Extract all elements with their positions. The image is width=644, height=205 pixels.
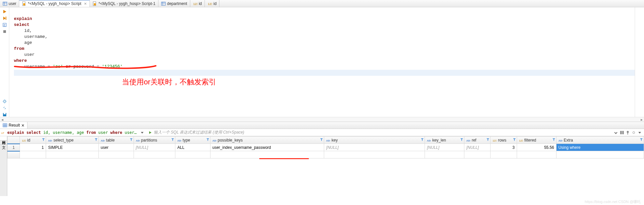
- editor-tab-bar: user *<MySQL - yygh_hosp> Script ⨯ *<MyS…: [0, 0, 644, 7]
- table-icon: [3, 1, 7, 6]
- cell-partitions[interactable]: [NULL]: [134, 144, 175, 151]
- tab-label: *<MySQL - yygh_hosp> Script-1: [98, 1, 155, 6]
- result-tab-bar: Result ⨯: [0, 122, 644, 129]
- funnel-icon[interactable]: [130, 138, 133, 142]
- tab-id-1[interactable]: 123 id: [190, 0, 205, 7]
- column-header-partitions[interactable]: ABCpartitions: [134, 137, 175, 144]
- expand-icon[interactable]: [614, 130, 618, 135]
- close-icon[interactable]: ⨯: [84, 2, 87, 6]
- cell-table[interactable]: user: [98, 144, 134, 151]
- svg-text:ABC: ABC: [48, 139, 52, 142]
- column-header-table[interactable]: ABCtable: [98, 137, 134, 144]
- settings-icon[interactable]: [2, 99, 7, 104]
- svg-text:E: E: [4, 24, 6, 27]
- svg-marker-52: [320, 138, 323, 141]
- svg-rect-7: [161, 2, 165, 5]
- funnel-icon[interactable]: [42, 138, 45, 142]
- text-view-tab[interactable]: 文: [0, 141, 7, 145]
- column-header-ref[interactable]: ABCref: [464, 137, 491, 144]
- svg-text:sT: sT: [1, 132, 4, 135]
- numeric-column-icon: 123: [207, 1, 212, 6]
- filter-play-icon[interactable]: [148, 130, 152, 135]
- funnel-icon[interactable]: [486, 138, 490, 142]
- pin-icon[interactable]: [625, 130, 630, 135]
- tab-department[interactable]: department: [158, 0, 190, 7]
- funnel-icon[interactable]: [171, 138, 174, 142]
- svg-rect-0: [3, 2, 7, 5]
- tab-script-1[interactable]: *<MySQL - yygh_hosp> Script ⨯: [19, 0, 90, 7]
- cell-possible-keys[interactable]: user_index_username_password: [210, 144, 324, 151]
- editor-h-scrollbar[interactable]: ◂ ▸: [0, 117, 644, 122]
- cell-filtered[interactable]: 55.56: [517, 144, 556, 151]
- scroll-right-icon[interactable]: ▸: [639, 117, 644, 122]
- funnel-icon[interactable]: [94, 138, 98, 142]
- save-icon[interactable]: [2, 112, 7, 117]
- run-step-icon[interactable]: [2, 16, 7, 21]
- dropdown-icon[interactable]: [140, 130, 145, 135]
- cell-select-type[interactable]: SIMPLE: [46, 144, 99, 151]
- svg-point-37: [627, 131, 629, 133]
- row-number-header[interactable]: [8, 137, 20, 144]
- grid-view-tab[interactable]: 网格: [0, 136, 7, 141]
- funnel-icon[interactable]: [421, 138, 424, 142]
- tab-user[interactable]: user: [0, 0, 19, 7]
- watermark: https://blog.csdn.net CSDN @哪吒: [585, 199, 641, 204]
- tab-id-2[interactable]: 123 id: [205, 0, 219, 7]
- filter-input[interactable]: 输入一个 SQL 表达式来过滤结果 (使用 Ctrl+Space): [154, 130, 244, 135]
- cell-type[interactable]: ALL: [175, 144, 210, 151]
- svg-rect-20: [4, 113, 6, 114]
- settings-icon[interactable]: [631, 130, 636, 135]
- current-line: [14, 70, 635, 76]
- sql-keyword: select: [14, 22, 29, 27]
- cell-key[interactable]: [NULL]: [324, 144, 425, 151]
- table-icon: [161, 1, 166, 6]
- scroll-left-icon[interactable]: ◂: [0, 117, 5, 122]
- svg-rect-17: [3, 30, 6, 33]
- numeric-column-icon: 123: [193, 1, 198, 6]
- funnel-icon[interactable]: [206, 138, 209, 142]
- svg-text:123: 123: [493, 139, 497, 142]
- row-number[interactable]: 1: [8, 144, 20, 151]
- svg-text:123: 123: [208, 2, 212, 6]
- grid-view-tabs: 网格 文: [0, 136, 7, 196]
- run-icon[interactable]: [2, 9, 7, 14]
- svg-text:ABC: ABC: [466, 139, 470, 142]
- cell-ref[interactable]: [NULL]: [464, 144, 491, 151]
- link-icon[interactable]: [2, 106, 7, 110]
- sql-keyword: where: [14, 58, 27, 63]
- column-header-key[interactable]: ABCkey: [324, 137, 425, 144]
- cell-key-len[interactable]: [NULL]: [425, 144, 464, 151]
- column-header-select-type[interactable]: ABCselect_type: [46, 137, 99, 144]
- result-grid[interactable]: 123id ABCselect_type ABCtable ABCpartiti…: [7, 136, 644, 196]
- svg-marker-58: [487, 138, 489, 141]
- funnel-icon[interactable]: [552, 138, 556, 142]
- chevron-down-icon[interactable]: [637, 130, 642, 135]
- column-header-key-len[interactable]: ABCkey_len: [425, 137, 464, 144]
- column-header-extra[interactable]: ABCExtra: [556, 137, 644, 144]
- svg-rect-4: [23, 3, 25, 5]
- stop-icon[interactable]: [2, 29, 7, 34]
- columns-icon[interactable]: [619, 130, 624, 135]
- svg-point-18: [4, 100, 6, 102]
- column-header-type[interactable]: ABCtype: [175, 137, 210, 144]
- funnel-icon[interactable]: [640, 138, 643, 142]
- cell-id[interactable]: 1: [20, 144, 46, 151]
- cell-rows[interactable]: 3: [491, 144, 517, 151]
- result-grid-area: 网格 文 123id ABCselect_type ABCtable ABCpa…: [0, 136, 644, 196]
- column-header-filtered[interactable]: 123filtered: [517, 137, 556, 144]
- svg-marker-54: [421, 138, 424, 141]
- column-header-id[interactable]: 123id: [20, 137, 46, 144]
- column-header-rows[interactable]: 123rows: [491, 137, 517, 144]
- cell-extra[interactable]: Using where: [556, 144, 644, 151]
- tab-script-2[interactable]: *<MySQL - yygh_hosp> Script-1: [90, 0, 158, 7]
- funnel-icon[interactable]: [513, 138, 516, 142]
- svg-marker-60: [513, 138, 516, 141]
- explain-icon[interactable]: E: [2, 23, 7, 27]
- result-tab[interactable]: Result ⨯: [0, 122, 28, 129]
- funnel-icon[interactable]: [460, 138, 463, 142]
- table-row[interactable]: 1 1 SIMPLE user [NULL] ALL user_index_us…: [8, 144, 644, 151]
- funnel-icon[interactable]: [320, 138, 323, 142]
- close-icon[interactable]: ⨯: [21, 123, 25, 128]
- column-header-possible-keys[interactable]: ABCpossible_keys: [210, 137, 324, 144]
- sql-editor[interactable]: explain select id, username, age from us…: [9, 7, 635, 117]
